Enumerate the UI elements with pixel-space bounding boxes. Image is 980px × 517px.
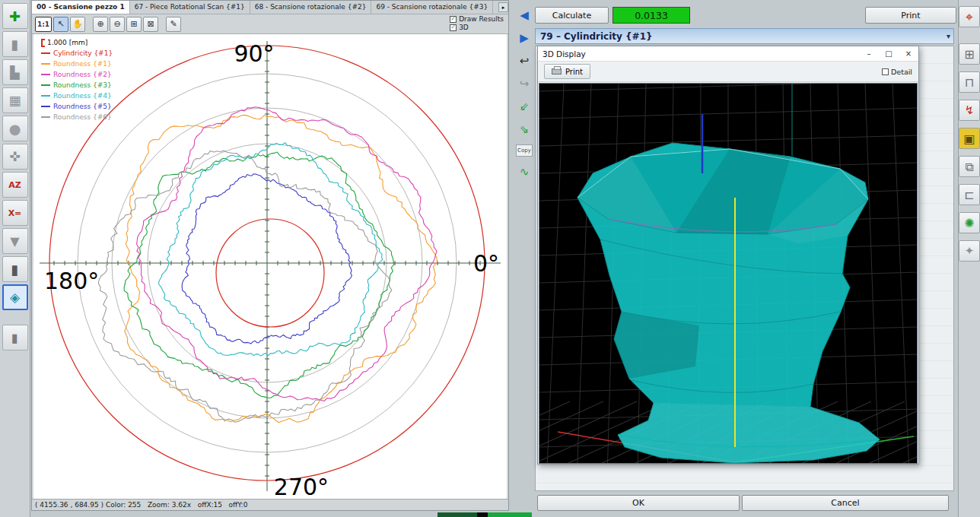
legend-item: Roundness {#3} bbox=[41, 80, 113, 90]
result-selector[interactable]: 79 – Cylindricity {#1} ▾ bbox=[535, 28, 954, 44]
probe-icon[interactable]: ⌖ bbox=[959, 6, 980, 27]
print-button[interactable]: Print bbox=[865, 7, 956, 24]
caliper-icon[interactable]: ⊏ bbox=[959, 184, 980, 205]
detail-checkbox[interactable]: Detail bbox=[882, 68, 912, 76]
reference-axis-icon-glyph: ✚ bbox=[9, 8, 21, 24]
reference-axis-icon[interactable]: ✚ bbox=[2, 3, 28, 29]
axis-az-icon[interactable]: AZ bbox=[2, 172, 28, 198]
tab-scroll-button[interactable]: ▸ bbox=[498, 2, 508, 12]
dialog-print-button[interactable]: Print bbox=[544, 64, 590, 79]
parts-group-icon[interactable]: ⧉ bbox=[959, 156, 980, 177]
redo-icon[interactable]: ↪ bbox=[516, 76, 533, 91]
right-toolbar: ⌖⊞⊓↯▣⧉⊏✺✦ bbox=[958, 0, 980, 517]
dialog-title-bar[interactable]: 3D Display –□× bbox=[538, 46, 918, 62]
legend-item: Roundness {#4} bbox=[41, 90, 113, 101]
part-small-cylinder-icon[interactable]: ▮ bbox=[2, 325, 28, 350]
key-icon[interactable]: ✦ bbox=[959, 240, 980, 262]
key-icon-glyph: ✦ bbox=[965, 244, 975, 258]
tab-bar: 00 - Scansione pezzo 167 - Piece Rotatio… bbox=[32, 1, 508, 14]
draw-results-checkbox[interactable]: ✓ Draw Results bbox=[450, 15, 504, 23]
calculate-button[interactable]: Calculate bbox=[535, 7, 609, 24]
dialog-title: 3D Display bbox=[542, 49, 859, 59]
polar-plot[interactable]: 90°0°180°270° 1.000 [mm]Cylindricity {#1… bbox=[33, 34, 507, 500]
result-selector-label: 79 – Cylindricity {#1} bbox=[540, 31, 947, 42]
check-icon: ✓ bbox=[450, 24, 456, 30]
cursor-tool[interactable]: ↖ bbox=[53, 17, 68, 32]
part-sphere-icon[interactable]: ● bbox=[2, 116, 28, 141]
maximize-button[interactable]: □ bbox=[879, 46, 899, 61]
part-cone-icon[interactable]: ▼ bbox=[2, 228, 28, 254]
zoom-out-tool[interactable]: ⊖ bbox=[110, 17, 125, 32]
show-3d-checkbox-box[interactable]: ✓ bbox=[450, 24, 457, 31]
3d-scene bbox=[539, 84, 918, 464]
tab-2[interactable]: 68 - Scansione rotazionale {#2} bbox=[250, 1, 372, 14]
clamp-icon-glyph: ⊓ bbox=[965, 75, 974, 90]
zoom-1to1-button[interactable]: 1:1 bbox=[35, 17, 52, 32]
axis-az-icon-glyph: AZ bbox=[8, 180, 21, 190]
save-icon[interactable]: ▣ bbox=[959, 128, 980, 149]
part-small-cylinder-icon-glyph: ▮ bbox=[11, 331, 18, 345]
draw-results-checkbox-box[interactable]: ✓ bbox=[450, 16, 457, 23]
zoom-window-tool[interactable]: ⊞ bbox=[126, 17, 142, 32]
check-icon: ✓ bbox=[450, 16, 456, 22]
position-x-icon-glyph: X= bbox=[8, 208, 22, 218]
part-sphere-icon-glyph: ● bbox=[9, 121, 21, 137]
nav-back-icon-glyph: ◀ bbox=[520, 8, 529, 22]
tab-1[interactable]: 67 - Piece Rotational Scan {#1} bbox=[130, 1, 250, 14]
chevron-down-icon[interactable]: ▾ bbox=[947, 32, 950, 40]
copy-icon-glyph: Copy bbox=[517, 147, 531, 154]
adjust-tool-icon[interactable]: ↯ bbox=[959, 100, 980, 121]
export-results-icon[interactable]: ⇘ bbox=[516, 122, 533, 137]
tab-3[interactable]: 69 - Scansione rotazionale {#3} bbox=[371, 1, 493, 14]
close-button[interactable]: × bbox=[899, 46, 918, 61]
motor-wheel-icon[interactable]: ✺ bbox=[959, 212, 980, 233]
import-results-icon[interactable]: ⇙ bbox=[516, 99, 533, 114]
show-3d-checkbox[interactable]: ✓ 3D bbox=[450, 24, 504, 31]
tab-0[interactable]: 00 - Scansione pezzo 1 bbox=[32, 1, 130, 14]
detail-label: Detail bbox=[891, 68, 912, 76]
part-cross-icon-glyph: ✜ bbox=[9, 149, 20, 164]
clamp-icon[interactable]: ⊓ bbox=[959, 71, 980, 93]
zoom-in-tool[interactable]: ⊕ bbox=[93, 17, 108, 32]
rotational-scan-tool-icon-glyph: ◈ bbox=[10, 290, 20, 305]
status-text: ( 4155.36 , 684.95 ) Color: 255 Zoom: 3.… bbox=[35, 501, 247, 509]
part-threaded-icon[interactable]: ▦ bbox=[2, 87, 28, 113]
ok-button[interactable]: OK bbox=[537, 495, 740, 511]
redo-icon-glyph: ↪ bbox=[520, 77, 530, 90]
printer-icon bbox=[552, 68, 562, 75]
import-results-icon-glyph: ⇙ bbox=[520, 100, 530, 113]
zoom-fit-tool[interactable]: ⊠ bbox=[143, 17, 158, 32]
svg-text:180°: 180° bbox=[44, 268, 99, 294]
part-cross-icon[interactable]: ✜ bbox=[2, 144, 28, 170]
parts-group-icon-glyph: ⧉ bbox=[965, 160, 973, 174]
result-value: 0.0133 bbox=[612, 7, 690, 24]
show-3d-label: 3D bbox=[459, 24, 469, 31]
part-cone-icon-glyph: ▼ bbox=[10, 234, 19, 249]
annotate-icon[interactable]: ∿ bbox=[516, 164, 533, 179]
middle-toolbar: ◀▶↩↪⇙⇘Copy∿ bbox=[515, 0, 533, 517]
detail-checkbox-box[interactable] bbox=[882, 68, 889, 75]
part-dark-cylinder-icon-glyph: ▮ bbox=[11, 262, 19, 278]
fixture-icon[interactable]: ⊞ bbox=[959, 43, 980, 65]
measure-tool[interactable]: ✎ bbox=[166, 17, 181, 32]
nav-forward-icon[interactable]: ▶ bbox=[516, 30, 533, 46]
minimize-button[interactable]: – bbox=[859, 46, 879, 61]
rotational-scan-tool-icon[interactable]: ◈ bbox=[2, 284, 28, 310]
legend-item: Roundness {#2} bbox=[41, 69, 113, 80]
part-stepped-icon[interactable]: ▙ bbox=[2, 59, 28, 85]
pan-tool[interactable]: ✋ bbox=[70, 17, 85, 32]
cancel-button[interactable]: Cancel bbox=[742, 495, 949, 511]
undo-icon[interactable]: ↩ bbox=[516, 53, 533, 68]
svg-text:0°: 0° bbox=[473, 250, 499, 277]
probe-icon-glyph: ⌖ bbox=[966, 9, 973, 24]
draw-results-label: Draw Results bbox=[459, 15, 504, 23]
position-x-icon[interactable]: X= bbox=[2, 200, 28, 226]
nav-back-icon[interactable]: ◀ bbox=[516, 8, 533, 23]
3d-display-dialog: 3D Display –□× Print Detail bbox=[537, 46, 919, 465]
legend-item: Roundness {#5} bbox=[41, 101, 113, 112]
part-dark-cylinder-icon[interactable]: ▮ bbox=[2, 256, 28, 282]
copy-icon[interactable]: Copy bbox=[516, 144, 533, 157]
3d-viewport[interactable] bbox=[539, 83, 918, 464]
part-cylinder-icon[interactable]: ▮ bbox=[2, 31, 28, 57]
legend-item: Roundness {#1} bbox=[41, 59, 113, 69]
